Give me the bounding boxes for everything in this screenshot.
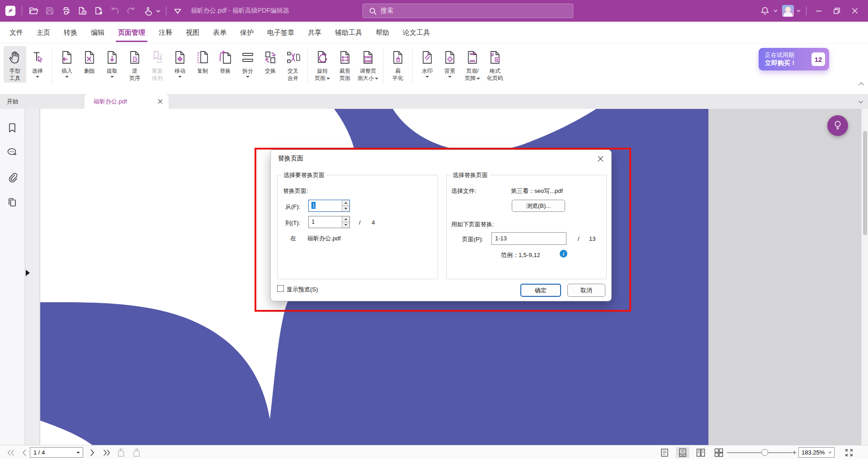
ribbon-swap[interactable]: 交换 (259, 46, 282, 75)
zoom-box-caret-icon[interactable] (828, 452, 832, 454)
menu-protect[interactable]: 保护 (233, 22, 260, 43)
ribbon-crop-pages[interactable]: 裁剪页面 (334, 46, 356, 83)
assistant-lightbulb-button[interactable] (827, 115, 848, 136)
sidebar-bookmarks-button[interactable] (6, 122, 18, 134)
ribbon-replace[interactable]: 替换 (214, 46, 236, 75)
ribbon-delete[interactable]: 删除 (78, 46, 101, 75)
cancel-button[interactable]: 取消 (567, 284, 605, 297)
fullscreen-button[interactable] (844, 445, 854, 459)
page-number-box[interactable]: 1 / 4 (30, 447, 83, 458)
touch-mode-caret-icon[interactable] (156, 9, 160, 13)
view-facing-button[interactable] (694, 447, 708, 458)
ribbon-insert[interactable]: 插入 (56, 46, 78, 79)
ribbon-split[interactable]: 拆分 (236, 46, 259, 79)
ribbon-select[interactable]: 选择 (26, 46, 49, 79)
ribbon-watermark[interactable]: 水印 (416, 46, 439, 79)
to-page-spinner[interactable]: 1 (308, 216, 350, 228)
ribbon-flatten[interactable]: 扁平化 (387, 46, 409, 83)
ribbon-collapse-icon[interactable] (858, 80, 864, 88)
zoom-level-box[interactable]: 183.25% (798, 447, 835, 458)
open-file-icon[interactable] (28, 5, 39, 17)
sidebar-attachments-button[interactable] (6, 172, 18, 183)
next-page-button[interactable] (89, 445, 96, 459)
dialog-close-icon[interactable] (596, 154, 605, 163)
to-spin-up-button[interactable] (342, 216, 349, 222)
info-icon[interactable]: i (560, 250, 567, 258)
ribbon-move[interactable]: 移动 (169, 46, 191, 79)
ribbon-reverse-order[interactable]: 12逆页序 (123, 46, 146, 83)
ribbon-duplicate[interactable]: 复制 (191, 46, 214, 75)
ribbon-hand-tool[interactable]: 手型工具 (4, 46, 26, 83)
menu-share[interactable]: 共享 (301, 22, 328, 43)
close-button[interactable] (848, 4, 862, 18)
zoom-slider-thumb[interactable] (761, 449, 768, 456)
page-box-caret-icon[interactable] (76, 452, 80, 454)
to-page-value[interactable]: 1 (311, 218, 315, 225)
to-spin-down-button[interactable] (342, 222, 349, 228)
menu-page-organize[interactable]: 页面管理 (111, 22, 152, 43)
collapse-toolbar-icon[interactable] (172, 5, 184, 17)
zoom-slider[interactable] (727, 452, 792, 453)
ribbon-header-footer[interactable]: 页眉/页脚 (461, 46, 484, 83)
menu-file[interactable]: 文件 (3, 22, 30, 43)
comment-icon (8, 149, 16, 155)
from-page-value[interactable]: 1 (311, 202, 316, 209)
menu-edit[interactable]: 编辑 (84, 22, 111, 43)
tab-document[interactable]: 福昕办公.pdf (85, 94, 169, 109)
titlebar-separator (166, 6, 166, 15)
vertical-scrollbar-thumb[interactable] (863, 131, 867, 235)
view-single-page-button[interactable] (658, 447, 671, 458)
navigation-panel-rail (0, 109, 25, 445)
app-logo-icon[interactable] (5, 5, 16, 17)
first-page-button[interactable] (6, 445, 15, 459)
ribbon-background[interactable]: 背景 (439, 46, 461, 79)
menu-accessibility[interactable]: 辅助工具 (328, 22, 369, 43)
tab-start[interactable]: 开始 (0, 94, 84, 109)
notifications-bell-icon[interactable] (759, 5, 771, 17)
last-page-button[interactable] (102, 445, 111, 459)
menu-esign[interactable]: 电子签章 (260, 22, 301, 43)
ribbon-resize-pages[interactable]: 调整页面大小 (356, 46, 380, 83)
zoom-in-button[interactable]: + (792, 445, 797, 459)
from-spin-down-button[interactable] (342, 206, 349, 211)
show-preview-checkbox[interactable] (277, 285, 284, 292)
restore-button[interactable] (830, 4, 844, 18)
search-box[interactable]: 搜索 (363, 4, 573, 18)
zoom-out-button[interactable]: − (719, 445, 723, 459)
menu-comment[interactable]: 注释 (152, 22, 179, 43)
replacement-pages-input[interactable]: 1-13 (491, 232, 566, 245)
trial-banner[interactable]: 正在试用期 立即购买！ 12 (759, 48, 829, 70)
close-tab-icon[interactable] (157, 98, 163, 104)
ribbon-format-page-number[interactable]: #格式化页码 (484, 46, 506, 83)
document-total-pages: 4 (372, 219, 375, 226)
account-caret-icon[interactable] (797, 9, 801, 12)
from-page-spinner[interactable]: 1 (308, 200, 350, 212)
browse-button[interactable]: 浏览(B)... (512, 200, 565, 212)
view-continuous-button[interactable] (676, 447, 689, 458)
ok-button[interactable]: 确定 (520, 284, 561, 297)
menu-paper-tools[interactable]: 论文工具 (396, 22, 437, 43)
from-spin-up-button[interactable] (342, 200, 349, 206)
new-page-icon[interactable] (93, 5, 104, 17)
sidebar-pages-button[interactable] (6, 197, 18, 208)
tab-list-chevron-icon[interactable] (858, 98, 863, 106)
touch-mode-icon[interactable] (142, 5, 153, 17)
menu-form[interactable]: 表单 (206, 22, 233, 43)
copy-page-icon[interactable] (76, 5, 88, 17)
ribbon-interleave-merge[interactable]: 交叉合并 (282, 46, 304, 83)
previous-page-button[interactable] (21, 445, 28, 459)
menu-view[interactable]: 视图 (179, 22, 206, 43)
ribbon-extract[interactable]: 提取 (101, 46, 123, 79)
ribbon-rotate-pages[interactable]: 旋转页面 (311, 46, 334, 83)
vertical-scrollbar[interactable] (861, 109, 868, 445)
tab-document-label: 福昕办公.pdf (94, 98, 127, 106)
panel-expand-handle[interactable] (26, 270, 30, 276)
menu-home[interactable]: 主页 (30, 22, 57, 43)
menu-help[interactable]: 帮助 (369, 22, 396, 43)
minimize-button[interactable] (812, 4, 826, 18)
menu-convert[interactable]: 转换 (57, 22, 84, 43)
notifications-caret-icon[interactable] (774, 9, 778, 12)
sidebar-comments-button[interactable] (6, 147, 18, 159)
user-avatar[interactable] (782, 5, 794, 17)
print-icon[interactable] (60, 5, 72, 17)
